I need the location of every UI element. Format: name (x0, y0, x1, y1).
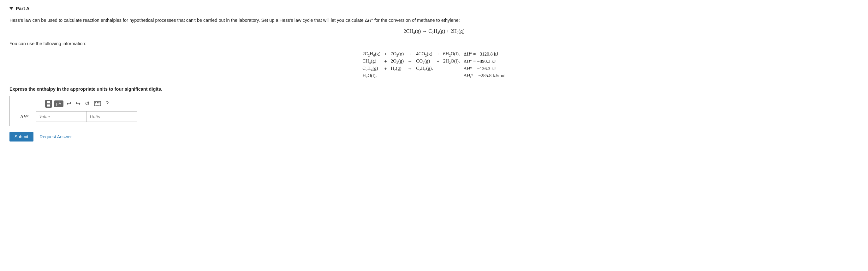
eq1-delta: ΔH° = −3120.8 kJ (462, 51, 507, 58)
units-input[interactable] (87, 112, 137, 122)
equation-row-1: 2C2H6(g) + 7O2(g) → 4CO2(g) + 6H2O(l), Δ… (361, 51, 507, 58)
eq4-arrow (406, 72, 414, 80)
eq1-lhs: 2C2H6(g) (361, 51, 382, 58)
eq3-delta: ΔH° = −136.3 kJ (462, 65, 507, 72)
svg-rect-7 (96, 105, 99, 106)
keyboard-button[interactable] (93, 100, 102, 107)
undo-button[interactable]: ↩ (65, 99, 72, 108)
intro-text: Hess's law can be used to calculate reac… (9, 17, 483, 24)
value-input[interactable] (36, 112, 86, 122)
reset-button[interactable]: ↺ (84, 99, 91, 108)
eq3-lhs2: H2(g) (389, 65, 406, 72)
svg-rect-3 (98, 102, 99, 103)
eq3-rhs1: C2H6(g), (414, 65, 435, 72)
eq1-rhs2: 6H2O(l), (441, 51, 462, 58)
eq3-plus: + (382, 65, 389, 72)
use-info-text: You can use the following information: (9, 41, 859, 46)
eq2-rhs2: 2H2O(l), (441, 58, 462, 65)
equation-row-3: C2H4(g) + H2(g) → C2H6(g), ΔH° = −136.3 … (361, 65, 507, 72)
equations-block: 2C2H6(g) + 7O2(g) → 4CO2(g) + 6H2O(l), Δ… (9, 51, 859, 80)
eq2-lhs2: 2O2(g) (389, 58, 406, 65)
part-header: Part A (9, 6, 859, 11)
eq3-lhs: C2H4(g) (361, 65, 382, 72)
eq1-plus2: + (435, 51, 441, 58)
svg-rect-4 (95, 103, 96, 104)
eq2-delta: ΔH° = −890.3 kJ (462, 58, 507, 65)
eq4-rhs2 (441, 72, 462, 80)
eq2-lhs: CH4(g) (361, 58, 382, 65)
eq4-lhs: H2O(l), (361, 72, 382, 80)
delta-label: ΔH° = (13, 114, 32, 119)
eq3-arrow: → (406, 65, 414, 72)
submit-button[interactable]: Submit (9, 132, 33, 142)
svg-rect-1 (95, 102, 96, 103)
redo-button[interactable]: ↪ (74, 99, 82, 108)
svg-rect-6 (98, 103, 99, 104)
svg-rect-2 (97, 102, 98, 103)
eq2-rhs1: CO2(g) (414, 58, 435, 65)
eq1-plus: + (382, 51, 389, 58)
eq4-delta: ΔHf° = −285.8 kJ/mol (462, 72, 507, 80)
eq3-plus2 (435, 65, 441, 72)
eq2-plus: + (382, 58, 389, 65)
eq1-lhs2: 7O2(g) (389, 51, 406, 58)
mua-button[interactable]: μÅ (54, 100, 63, 107)
eq4-lhs2 (389, 72, 406, 80)
help-button[interactable]: ? (104, 100, 110, 108)
request-answer-button[interactable]: Request Answer (40, 134, 72, 139)
input-row: ΔH° = (13, 111, 160, 122)
eq3-rhs2 (441, 65, 462, 72)
eq4-plus (382, 72, 389, 80)
bottom-row: Submit Request Answer (9, 132, 859, 142)
toolbar: μÅ ↩ ↪ ↺ ? (13, 99, 160, 108)
equation-row-4: H2O(l), ΔHf° = −285.8 kJ/mol (361, 72, 507, 80)
equations-table: 2C2H6(g) + 7O2(g) → 4CO2(g) + 6H2O(l), Δ… (361, 51, 507, 80)
eq4-rhs1 (414, 72, 435, 80)
instruction-text: Express the enthalpy in the appropriate … (9, 87, 859, 92)
equation-row-2: CH4(g) + 2O2(g) → CO2(g) + 2H2O(l), ΔH° … (361, 58, 507, 65)
eq4-plus2 (435, 72, 441, 80)
eq2-plus2: + (435, 58, 441, 65)
eq1-rhs1: 4CO2(g) (414, 51, 435, 58)
part-label: Part A (16, 6, 30, 11)
svg-rect-5 (97, 103, 98, 104)
eq1-arrow: → (406, 51, 414, 58)
answer-box: μÅ ↩ ↪ ↺ ? ΔH° = (9, 96, 164, 126)
collapse-triangle-icon[interactable] (9, 7, 13, 10)
main-reaction: 2CH4(g) → C2H4(g) + 2H2(g) (9, 28, 859, 35)
fraction-button[interactable] (45, 100, 52, 108)
eq2-arrow: → (406, 58, 414, 65)
